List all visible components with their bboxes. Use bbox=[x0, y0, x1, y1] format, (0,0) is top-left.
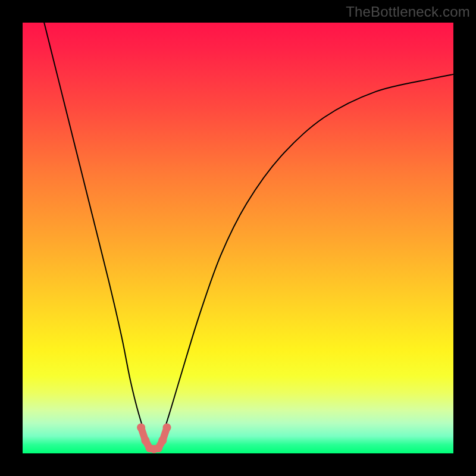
minimum-marker-dot bbox=[154, 444, 162, 452]
plot-area bbox=[23, 23, 453, 453]
chart-frame: TheBottleneck.com bbox=[0, 0, 476, 476]
minimum-markers bbox=[137, 424, 171, 453]
curve-layer bbox=[23, 23, 453, 453]
minimum-marker-dot bbox=[137, 424, 145, 432]
minimum-marker-dot bbox=[163, 424, 171, 432]
watermark-text: TheBottleneck.com bbox=[346, 4, 470, 20]
minimum-marker-dot bbox=[141, 436, 149, 444]
minimum-marker-dot bbox=[158, 436, 167, 444]
bottleneck-curve bbox=[44, 23, 453, 449]
